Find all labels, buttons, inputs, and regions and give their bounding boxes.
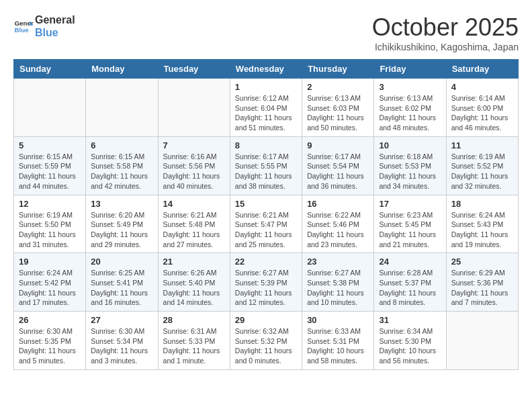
calendar-cell [158, 79, 230, 137]
day-info: Sunrise: 6:25 AM Sunset: 5:41 PM Dayligh… [91, 268, 152, 308]
week-row-3: 12Sunrise: 6:19 AM Sunset: 5:50 PM Dayli… [14, 195, 519, 253]
calendar-cell: 13Sunrise: 6:20 AM Sunset: 5:49 PM Dayli… [86, 195, 158, 253]
day-info: Sunrise: 6:31 AM Sunset: 5:33 PM Dayligh… [163, 326, 225, 366]
calendar-cell: 8Sunrise: 6:17 AM Sunset: 5:55 PM Daylig… [230, 136, 302, 195]
day-info: Sunrise: 6:19 AM Sunset: 5:52 PM Dayligh… [451, 152, 513, 191]
day-info: Sunrise: 6:13 AM Sunset: 6:03 PM Dayligh… [307, 93, 369, 133]
day-info: Sunrise: 6:26 AM Sunset: 5:40 PM Dayligh… [163, 268, 225, 308]
calendar-cell: 1Sunrise: 6:12 AM Sunset: 6:04 PM Daylig… [230, 79, 302, 137]
calendar-cell: 11Sunrise: 6:19 AM Sunset: 5:52 PM Dayli… [446, 136, 518, 195]
header-day-sunday: Sunday [14, 60, 86, 79]
calendar-cell [446, 312, 518, 370]
day-number: 9 [307, 140, 369, 150]
calendar-cell: 27Sunrise: 6:30 AM Sunset: 5:34 PM Dayli… [86, 312, 158, 370]
calendar-cell: 15Sunrise: 6:21 AM Sunset: 5:47 PM Dayli… [230, 195, 302, 253]
calendar-cell: 10Sunrise: 6:18 AM Sunset: 5:53 PM Dayli… [374, 136, 446, 195]
week-row-4: 19Sunrise: 6:24 AM Sunset: 5:42 PM Dayli… [14, 253, 519, 312]
day-number: 11 [451, 140, 513, 150]
day-number: 15 [235, 199, 297, 209]
logo-icon: General Blue [13, 16, 34, 36]
day-number: 14 [163, 199, 225, 209]
day-info: Sunrise: 6:19 AM Sunset: 5:50 PM Dayligh… [19, 210, 81, 250]
calendar-cell: 25Sunrise: 6:29 AM Sunset: 5:36 PM Dayli… [446, 253, 518, 312]
calendar-cell: 31Sunrise: 6:34 AM Sunset: 5:30 PM Dayli… [374, 312, 446, 370]
day-info: Sunrise: 6:16 AM Sunset: 5:56 PM Dayligh… [163, 152, 225, 191]
day-number: 27 [91, 315, 152, 325]
calendar-cell: 14Sunrise: 6:21 AM Sunset: 5:48 PM Dayli… [158, 195, 230, 253]
calendar-cell: 9Sunrise: 6:17 AM Sunset: 5:54 PM Daylig… [302, 136, 374, 195]
day-number: 26 [19, 315, 81, 325]
day-info: Sunrise: 6:27 AM Sunset: 5:38 PM Dayligh… [307, 268, 369, 308]
day-info: Sunrise: 6:29 AM Sunset: 5:36 PM Dayligh… [451, 268, 513, 308]
day-info: Sunrise: 6:24 AM Sunset: 5:42 PM Dayligh… [19, 268, 81, 308]
day-info: Sunrise: 6:23 AM Sunset: 5:45 PM Dayligh… [379, 210, 441, 250]
logo-general: General [35, 13, 75, 26]
day-info: Sunrise: 6:27 AM Sunset: 5:39 PM Dayligh… [235, 268, 297, 308]
day-info: Sunrise: 6:22 AM Sunset: 5:46 PM Dayligh… [307, 210, 369, 250]
calendar-table: SundayMondayTuesdayWednesdayThursdayFrid… [13, 59, 519, 370]
header-row: SundayMondayTuesdayWednesdayThursdayFrid… [14, 60, 519, 79]
day-number: 13 [91, 199, 152, 209]
day-number: 30 [307, 315, 369, 325]
page-header: General Blue General Blue October 2025 I… [13, 13, 519, 52]
svg-text:Blue: Blue [15, 26, 30, 34]
day-info: Sunrise: 6:17 AM Sunset: 5:55 PM Dayligh… [235, 152, 297, 191]
day-number: 18 [451, 199, 513, 209]
day-number: 17 [379, 199, 441, 209]
calendar-cell: 7Sunrise: 6:16 AM Sunset: 5:56 PM Daylig… [158, 136, 230, 195]
day-number: 3 [379, 82, 441, 92]
day-number: 5 [19, 140, 81, 150]
header-day-saturday: Saturday [446, 60, 518, 79]
header-day-monday: Monday [86, 60, 158, 79]
day-info: Sunrise: 6:15 AM Sunset: 5:59 PM Dayligh… [19, 152, 81, 191]
header-day-tuesday: Tuesday [158, 60, 230, 79]
day-info: Sunrise: 6:18 AM Sunset: 5:53 PM Dayligh… [379, 152, 441, 191]
location-subtitle: Ichikikushikino, Kagoshima, Japan [372, 42, 519, 52]
day-info: Sunrise: 6:21 AM Sunset: 5:47 PM Dayligh… [235, 210, 297, 250]
day-number: 6 [91, 140, 152, 150]
day-info: Sunrise: 6:33 AM Sunset: 5:31 PM Dayligh… [307, 326, 369, 366]
calendar-cell: 22Sunrise: 6:27 AM Sunset: 5:39 PM Dayli… [230, 253, 302, 312]
calendar-cell: 29Sunrise: 6:32 AM Sunset: 5:32 PM Dayli… [230, 312, 302, 370]
calendar-cell: 30Sunrise: 6:33 AM Sunset: 5:31 PM Dayli… [302, 312, 374, 370]
day-number: 4 [451, 82, 513, 92]
day-info: Sunrise: 6:30 AM Sunset: 5:34 PM Dayligh… [91, 326, 152, 366]
day-number: 24 [379, 257, 441, 267]
calendar-cell: 28Sunrise: 6:31 AM Sunset: 5:33 PM Dayli… [158, 312, 230, 370]
day-info: Sunrise: 6:34 AM Sunset: 5:30 PM Dayligh… [379, 326, 441, 366]
day-number: 2 [307, 82, 369, 92]
calendar-cell: 2Sunrise: 6:13 AM Sunset: 6:03 PM Daylig… [302, 79, 374, 137]
calendar-cell: 6Sunrise: 6:15 AM Sunset: 5:58 PM Daylig… [86, 136, 158, 195]
day-number: 19 [19, 257, 81, 267]
calendar-body: 1Sunrise: 6:12 AM Sunset: 6:04 PM Daylig… [14, 79, 519, 370]
calendar-cell: 3Sunrise: 6:13 AM Sunset: 6:02 PM Daylig… [374, 79, 446, 137]
header-day-friday: Friday [374, 60, 446, 79]
calendar-cell: 4Sunrise: 6:14 AM Sunset: 6:00 PM Daylig… [446, 79, 518, 137]
day-info: Sunrise: 6:20 AM Sunset: 5:49 PM Dayligh… [91, 210, 152, 250]
calendar-cell: 24Sunrise: 6:28 AM Sunset: 5:37 PM Dayli… [374, 253, 446, 312]
day-info: Sunrise: 6:13 AM Sunset: 6:02 PM Dayligh… [379, 93, 441, 133]
calendar-cell: 17Sunrise: 6:23 AM Sunset: 5:45 PM Dayli… [374, 195, 446, 253]
header-day-wednesday: Wednesday [230, 60, 302, 79]
day-info: Sunrise: 6:14 AM Sunset: 6:00 PM Dayligh… [451, 93, 513, 133]
day-number: 29 [235, 315, 297, 325]
day-number: 12 [19, 199, 81, 209]
calendar-cell [14, 79, 86, 137]
day-info: Sunrise: 6:15 AM Sunset: 5:58 PM Dayligh… [91, 152, 152, 191]
calendar-cell: 12Sunrise: 6:19 AM Sunset: 5:50 PM Dayli… [14, 195, 86, 253]
day-number: 25 [451, 257, 513, 267]
logo: General Blue General Blue [13, 13, 75, 39]
day-number: 23 [307, 257, 369, 267]
calendar-cell [86, 79, 158, 137]
calendar-cell: 19Sunrise: 6:24 AM Sunset: 5:42 PM Dayli… [14, 253, 86, 312]
calendar-cell: 21Sunrise: 6:26 AM Sunset: 5:40 PM Dayli… [158, 253, 230, 312]
week-row-2: 5Sunrise: 6:15 AM Sunset: 5:59 PM Daylig… [14, 136, 519, 195]
month-title: October 2025 [372, 13, 519, 42]
logo-blue: Blue [35, 26, 75, 39]
day-info: Sunrise: 6:12 AM Sunset: 6:04 PM Dayligh… [235, 93, 297, 133]
week-row-5: 26Sunrise: 6:30 AM Sunset: 5:35 PM Dayli… [14, 312, 519, 370]
calendar-header: SundayMondayTuesdayWednesdayThursdayFrid… [14, 60, 519, 79]
title-block: October 2025 Ichikikushikino, Kagoshima,… [372, 13, 519, 52]
week-row-1: 1Sunrise: 6:12 AM Sunset: 6:04 PM Daylig… [14, 79, 519, 137]
day-number: 21 [163, 257, 225, 267]
